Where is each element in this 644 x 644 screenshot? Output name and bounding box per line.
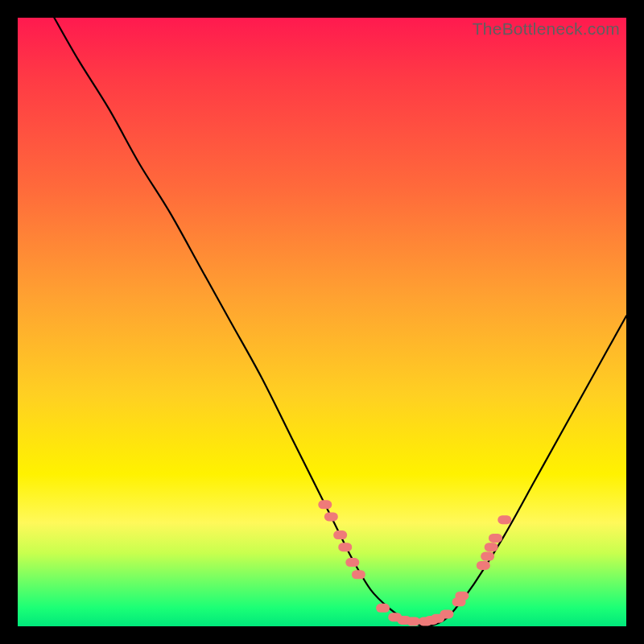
marker-dot bbox=[318, 500, 332, 509]
marker-dot bbox=[497, 515, 511, 524]
marker-dot bbox=[481, 552, 494, 561]
marker-dot bbox=[440, 609, 453, 618]
marker-dot bbox=[455, 592, 469, 601]
curve-layer bbox=[18, 18, 626, 626]
marker-dot bbox=[376, 604, 390, 613]
plot-area: TheBottleneck.com bbox=[18, 18, 626, 626]
chart-frame: TheBottleneck.com bbox=[0, 0, 644, 644]
marker-cluster bbox=[318, 500, 511, 625]
marker-dot bbox=[338, 543, 352, 551]
marker-dot bbox=[345, 558, 359, 567]
marker-dot bbox=[352, 570, 365, 579]
marker-dot bbox=[489, 534, 502, 543]
marker-dot bbox=[324, 512, 338, 521]
marker-dot bbox=[407, 617, 420, 625]
marker-dot bbox=[485, 543, 498, 551]
marker-dot bbox=[333, 530, 347, 539]
marker-dot bbox=[477, 561, 490, 570]
